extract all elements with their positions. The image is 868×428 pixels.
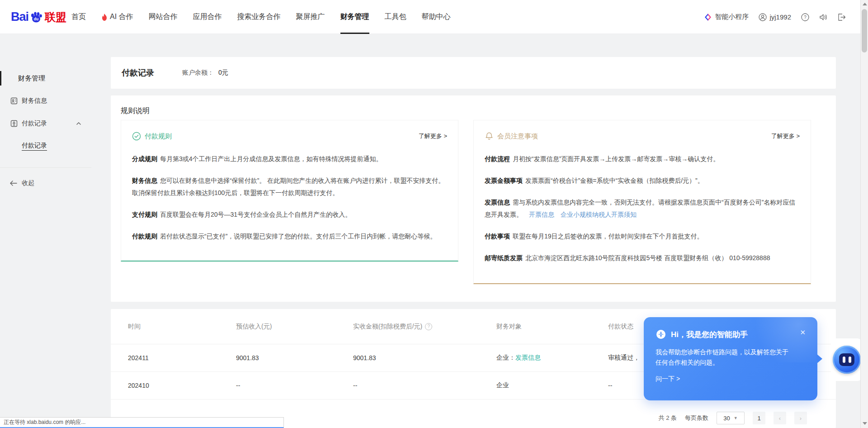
account-balance: 账户余额： 0元 bbox=[182, 69, 228, 77]
sidebar-collapse-button[interactable]: 收起 bbox=[0, 176, 90, 191]
assistant-popup: Hi，我是您的智能助手 ✕ 我会帮助您诊断合作链路问题，以及解答您关于任何合作相… bbox=[644, 317, 817, 400]
per-page-label: 每页条数 bbox=[685, 414, 708, 422]
rule-text: 月初按“发票信息”页面开具发票→上传发票→邮寄发票→审核→确认支付。 bbox=[513, 155, 719, 162]
sidebar-item-finance-info[interactable]: 财务信息 bbox=[0, 93, 108, 109]
username: jyj1992 bbox=[769, 13, 791, 21]
select-caret-icon: ▼ bbox=[734, 416, 738, 420]
user-account[interactable]: jyj1992 bbox=[759, 13, 791, 21]
rule-label: 付款流程 bbox=[485, 155, 510, 162]
robot-assistant-button[interactable] bbox=[833, 346, 861, 374]
ask-now-link[interactable]: 问一下 > bbox=[656, 375, 806, 383]
rule-text: 每月第3或4个工作日产出上月分成信息及发票信息，如有特殊情况将提前通知。 bbox=[160, 155, 382, 162]
member-notice-title: 会员注意事项 bbox=[497, 132, 538, 141]
logout-icon[interactable] bbox=[837, 13, 845, 21]
small-taxpayer-notice-link[interactable]: 企业小规模纳税人开票须知 bbox=[561, 211, 637, 218]
sidebar-subitem-payment-records[interactable]: 付款记录 bbox=[22, 139, 47, 152]
rule-item: 付款事项联盟在每月19日之后签收的发票，付款时间安排在下个月首批支付。 bbox=[485, 230, 800, 243]
nav-item-finance[interactable]: 财务管理 bbox=[340, 0, 369, 34]
rule-text: 您可以在财务信息中选择“保留付款”。 在此期间您产生的收入将在账户内进行累计，联… bbox=[132, 177, 444, 196]
info-icon[interactable]: ? bbox=[425, 323, 432, 330]
balance-value: 0元 bbox=[218, 69, 228, 76]
nav-label: 聚屏推广 bbox=[296, 12, 325, 22]
scroll-up-arrow[interactable] bbox=[863, 3, 867, 5]
rules-section: 规则说明 付款规则 了解更多 > 分成规则每月第3或4个工作日产出上月分成信息及… bbox=[111, 95, 836, 302]
nav-item-website[interactable]: 网站合作 bbox=[149, 0, 178, 34]
sidebar-item-label: 财务信息 bbox=[22, 97, 47, 105]
logo-text-bai: Bai bbox=[11, 10, 28, 24]
smart-miniprogram-entry[interactable]: 智能小程序 bbox=[704, 13, 749, 21]
per-page-select[interactable]: 30 ▼ bbox=[717, 412, 745, 424]
rule-label: 邮寄纸质发票 bbox=[485, 254, 523, 262]
col-header-actual: 实收金额(扣除税费后/元) ? bbox=[353, 323, 496, 331]
pagination: 共 2 条 每页条数 30 ▼ 1 ‹ › bbox=[659, 412, 807, 424]
rule-label: 发票金额事项 bbox=[485, 177, 523, 184]
nav-item-search-biz[interactable]: 搜索业务合作 bbox=[237, 0, 281, 34]
invoice-info-table-link[interactable]: 发票信息 bbox=[515, 354, 541, 361]
logo-text-union: 联盟 bbox=[45, 10, 66, 24]
nav-item-screen-promo[interactable]: 聚屏推广 bbox=[296, 0, 325, 34]
page-title: 付款记录 bbox=[122, 67, 154, 78]
help-icon[interactable]: ? bbox=[801, 13, 809, 21]
assistant-title: Hi，我是您的智能助手 bbox=[671, 329, 748, 340]
col-header-estimated: 预估收入(元) bbox=[236, 323, 353, 331]
next-page-button[interactable]: › bbox=[794, 412, 807, 424]
rule-item: 付款流程月初按“发票信息”页面开具发票→上传发票→邮寄发票→审核→确认支付。 bbox=[485, 153, 800, 165]
member-notice-more-link[interactable]: 了解更多 > bbox=[771, 132, 800, 140]
rule-label: 支付规则 bbox=[132, 211, 157, 218]
baidu-union-logo[interactable]: Bai du 联盟 bbox=[11, 0, 66, 34]
cell-actual: -- bbox=[353, 382, 496, 389]
finance-doc-icon bbox=[10, 97, 18, 105]
chevron-up-icon[interactable] bbox=[76, 121, 81, 126]
compass-icon bbox=[656, 329, 666, 340]
page-button-1[interactable]: 1 bbox=[753, 412, 765, 424]
sidebar-item-payment-records[interactable]: 付款记录 bbox=[0, 116, 108, 131]
vertical-scrollbar[interactable] bbox=[860, 0, 868, 428]
rule-item: 邮寄纸质发票北京市海淀区西北旺东路10号院百度科技园5号楼 百度联盟财务组（收）… bbox=[485, 252, 800, 264]
sidebar-subitem-label: 付款记录 bbox=[22, 142, 47, 150]
baidu-union-console: Bai du 联盟 首页 AI 合作 网站合作 bbox=[0, 0, 868, 428]
flame-icon bbox=[101, 14, 108, 21]
miniprogram-diamond-icon bbox=[704, 13, 712, 21]
per-page-value: 30 bbox=[723, 415, 730, 422]
prev-page-button[interactable]: ‹ bbox=[774, 412, 786, 424]
nav-label: AI 合作 bbox=[110, 12, 133, 22]
assistant-widget-panel bbox=[831, 338, 863, 381]
collapse-arrow-icon bbox=[9, 180, 18, 187]
col-header-actual-label: 实收金额(扣除税费后/元) bbox=[353, 323, 422, 331]
cell-entity: 企业 bbox=[496, 381, 608, 390]
rule-item: 发票信息需与系统内发票信息内容完全一致，否则无法支付。请根据发票信息页面中“百度… bbox=[485, 196, 800, 221]
col-header-time: 时间 bbox=[128, 323, 236, 331]
nav-item-app[interactable]: 应用合作 bbox=[193, 0, 222, 34]
nav-label: 帮助中心 bbox=[422, 12, 451, 22]
rule-label: 发票信息 bbox=[485, 199, 510, 206]
page-header-card: 付款记录 账户余额： 0元 bbox=[111, 57, 836, 89]
rule-text: 北京市海淀区西北旺东路10号院百度科技园5号楼 百度联盟财务组（收） 010-5… bbox=[525, 254, 770, 262]
miniprogram-label: 智能小程序 bbox=[715, 13, 749, 21]
payment-rules-more-link[interactable]: 了解更多 > bbox=[419, 132, 447, 140]
sidebar-section-finance[interactable]: 财务管理 bbox=[0, 70, 108, 86]
cell-time: 202411 bbox=[128, 354, 236, 361]
status-text: 正在等待 xlab.baidu.com 的响应... bbox=[4, 418, 85, 426]
nav-item-help-center[interactable]: 帮助中心 bbox=[422, 0, 451, 34]
cell-actual: 9001.83 bbox=[353, 354, 496, 361]
top-navigation: Bai du 联盟 首页 AI 合作 网站合作 bbox=[0, 0, 868, 34]
close-icon[interactable]: ✕ bbox=[800, 329, 806, 336]
nav-item-home[interactable]: 首页 bbox=[71, 0, 86, 34]
rule-label: 付款规则 bbox=[132, 233, 157, 240]
svg-text:?: ? bbox=[804, 14, 807, 19]
nav-label: 搜索业务合作 bbox=[237, 12, 281, 22]
nav-label: 应用合作 bbox=[193, 12, 222, 22]
cell-estimated: 9001.83 bbox=[236, 354, 353, 361]
nav-item-ai[interactable]: AI 合作 bbox=[101, 0, 133, 34]
nav-item-toolkit[interactable]: 工具包 bbox=[385, 0, 406, 34]
invoice-info-link[interactable]: 开票信息 bbox=[529, 211, 554, 218]
sound-icon[interactable] bbox=[819, 13, 827, 21]
rule-label: 付款事项 bbox=[485, 233, 510, 240]
rule-item: 付款规则若付款状态显示“已支付”，说明联盟已安排了您的付款。支付后三个工作日内到… bbox=[132, 230, 447, 243]
user-icon bbox=[759, 13, 767, 21]
main-nav: 首页 AI 合作 网站合作 应用合作 搜索业务合作 聚屏推广 财务管理 工具包 … bbox=[71, 0, 451, 34]
pagination-total: 共 2 条 bbox=[659, 414, 677, 422]
scroll-down-arrow[interactable] bbox=[863, 422, 867, 425]
scrollbar-thumb[interactable] bbox=[862, 9, 867, 52]
payment-rules-card: 付款规则 了解更多 > 分成规则每月第3或4个工作日产出上月分成信息及发票信息，… bbox=[121, 120, 458, 262]
